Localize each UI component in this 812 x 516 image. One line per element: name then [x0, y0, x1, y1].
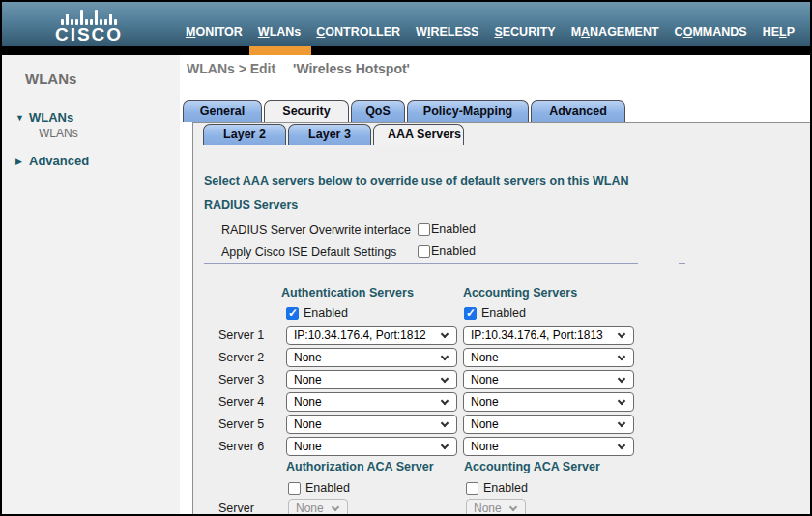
section-divider-fragment: [679, 263, 685, 264]
sidebar-title: WLANs: [25, 71, 180, 87]
auth-enabled-checkbox[interactable]: [286, 307, 299, 320]
nav-wlans[interactable]: WLANs: [258, 25, 301, 39]
ise-enabled-label: Enabled: [431, 244, 476, 258]
server1-auth-select[interactable]: IP:10.34.176.4, Port:1812: [286, 326, 457, 345]
nav-underline-strip: [2, 46, 810, 55]
chevron-down-icon: [441, 353, 449, 360]
authorization-aca-header: Authorization ACA Server: [286, 460, 434, 473]
sidebar: WLANs ▼ WLANs WLANs ▶ Advanced: [2, 55, 180, 514]
acct-aca-server-select[interactable]: None: [466, 499, 526, 516]
top-navigation-bar: CISCO MONITOR WLANs CONTROLLER WIRELESS …: [2, 2, 810, 46]
nav-monitor[interactable]: MONITOR: [186, 25, 243, 39]
server5-acct-select[interactable]: None: [463, 415, 634, 434]
breadcrumb: WLANs > Edit 'Wireless Hotspot': [187, 61, 410, 76]
ise-default-checkbox[interactable]: [418, 245, 430, 258]
chevron-down-icon: [332, 503, 339, 511]
sidebar-item-advanced[interactable]: ▶ Advanced: [15, 154, 180, 168]
sidebar-item-wlans-child[interactable]: WLANs: [39, 127, 180, 140]
server2-acct-select[interactable]: None: [463, 348, 634, 367]
breadcrumb-entity: 'Wireless Hotspot': [293, 61, 410, 76]
authz-aca-checkbox[interactable]: [288, 482, 301, 495]
nav-controller[interactable]: CONTROLLER: [316, 25, 400, 39]
collapsed-arrow-icon[interactable]: ▶: [15, 157, 29, 166]
server1-acct-select[interactable]: IP:10.34.176.4, Port:1813: [463, 326, 634, 345]
chevron-down-icon: [618, 353, 625, 360]
section-divider: [204, 263, 638, 264]
tab-qos[interactable]: QoS: [351, 100, 405, 122]
cisco-signal-bars-icon: [31, 6, 147, 25]
server-row-label: Server 3: [218, 373, 264, 387]
acct-enabled-checkbox[interactable]: [464, 307, 477, 320]
server2-auth-select[interactable]: None: [286, 348, 457, 367]
acct-enabled-row: Enabled: [464, 306, 526, 320]
server3-acct-select[interactable]: None: [463, 370, 634, 389]
server-row-label: Server 2: [218, 351, 264, 364]
nav-help[interactable]: HELP: [763, 25, 795, 39]
nav-commands[interactable]: COMMANDS: [675, 25, 747, 39]
authz-aca-enabled-row: Enabled: [288, 481, 350, 495]
tab-advanced[interactable]: Advanced: [531, 100, 625, 122]
tab-security[interactable]: Security: [264, 100, 349, 122]
ise-default-row: Enabled: [418, 244, 476, 258]
server-row-label: Server 6: [218, 440, 264, 453]
radius-servers-heading: RADIUS Servers: [204, 198, 298, 212]
acct-aca-enabled-row: Enabled: [466, 481, 528, 495]
chevron-down-icon: [441, 442, 449, 449]
server6-acct-select[interactable]: None: [463, 437, 634, 456]
authentication-servers-header: Authentication Servers: [281, 286, 414, 300]
nav-wireless[interactable]: WIRELESS: [416, 25, 478, 39]
chevron-down-icon: [441, 375, 449, 383]
subtab-layer2[interactable]: Layer 2: [203, 124, 286, 145]
server-row-label: Server 5: [218, 417, 264, 431]
chevron-down-icon: [618, 419, 625, 427]
chevron-down-icon: [441, 330, 449, 338]
chevron-down-icon: [618, 330, 625, 338]
aaa-intro-text: Select AAA servers below to override use…: [204, 174, 628, 187]
auth-enabled-row: Enabled: [286, 306, 348, 320]
server-row-label: Server 4: [218, 395, 264, 409]
acct-aca-enabled-label: Enabled: [483, 481, 528, 495]
chevron-down-icon: [441, 419, 449, 427]
subtab-layer3[interactable]: Layer 3: [288, 124, 371, 145]
acct-enabled-label: Enabled: [481, 306, 526, 320]
server4-auth-select[interactable]: None: [286, 392, 457, 412]
ise-default-label: Apply Cisco ISE Default Settings: [221, 245, 396, 259]
server5-auth-select[interactable]: None: [286, 415, 457, 434]
cisco-logo: CISCO: [31, 3, 147, 44]
server3-auth-select[interactable]: None: [286, 370, 457, 389]
expanded-arrow-icon[interactable]: ▼: [15, 113, 29, 123]
active-nav-indicator: [249, 46, 311, 55]
chevron-down-icon: [509, 503, 517, 511]
main-menu: MONITOR WLANs CONTROLLER WIRELESS SECURI…: [186, 25, 795, 39]
server6-auth-select[interactable]: None: [286, 437, 457, 456]
sidebar-tree: ▼ WLANs WLANs ▶ Advanced: [2, 110, 180, 168]
accounting-aca-header: Accounting ACA Server: [464, 460, 600, 473]
subtab-aaa-servers[interactable]: AAA Servers: [373, 124, 464, 145]
server-row-label: Server 1: [218, 329, 264, 342]
nav-security[interactable]: SECURITY: [494, 25, 555, 39]
nav-management[interactable]: MANAGEMENT: [571, 25, 659, 39]
cisco-brand-name: CISCO: [31, 25, 147, 44]
tab-general[interactable]: General: [183, 100, 262, 122]
radius-overwrite-label: RADIUS Server Overwrite interface: [221, 223, 411, 237]
wlc-edit-page: CISCO MONITOR WLANs CONTROLLER WIRELESS …: [0, 0, 812, 516]
accounting-servers-header: Accounting Servers: [463, 286, 577, 300]
radius-overwrite-row: Enabled: [418, 222, 476, 236]
tab-policy-mapping[interactable]: Policy-Mapping: [407, 100, 529, 122]
breadcrumb-path: WLANs > Edit: [187, 61, 276, 76]
acct-aca-checkbox[interactable]: [466, 482, 478, 495]
aca-server-label: Server: [218, 502, 254, 515]
chevron-down-icon: [618, 442, 625, 449]
sidebar-item-wlans[interactable]: ▼ WLANs: [15, 110, 180, 125]
auth-enabled-label: Enabled: [304, 306, 348, 320]
radius-overwrite-enabled-label: Enabled: [431, 222, 476, 236]
chevron-down-icon: [618, 375, 625, 383]
chevron-down-icon: [618, 397, 625, 405]
authz-aca-server-select[interactable]: None: [288, 499, 348, 516]
radius-overwrite-checkbox[interactable]: [418, 223, 430, 236]
chevron-down-icon: [441, 397, 449, 405]
server4-acct-select[interactable]: None: [463, 392, 634, 412]
authz-aca-enabled-label: Enabled: [305, 481, 350, 495]
